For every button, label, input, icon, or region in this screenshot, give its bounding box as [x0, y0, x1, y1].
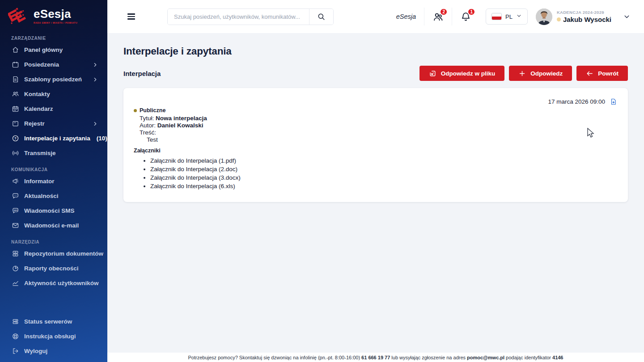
search-button[interactable] [309, 9, 333, 25]
footer-text: podając identyfikator [506, 355, 551, 360]
author-label: Autor: [140, 122, 156, 129]
language-code: PL [505, 13, 513, 20]
help-footer: Potrzebujesz pomocy? Skontaktuj się dzwo… [107, 353, 644, 362]
main-content: Interpelacje i zapytania Interpelacja Od… [107, 33, 644, 353]
sidebar-item-panel-glowny[interactable]: Panel główny [0, 42, 107, 57]
footer-phone: 61 666 19 77 [361, 355, 390, 360]
esesja-eagle-logo-icon [8, 6, 30, 26]
divider [452, 8, 452, 25]
attachments-header: Załączniki [134, 147, 617, 154]
user-menu[interactable]: KADENCJA 2024-2029 Jakub Wysocki [536, 8, 611, 25]
section-header-narzedzia: NARZĘDZIA [0, 240, 107, 244]
section-header-komunikacja: KOMUNIKACJA [0, 167, 107, 172]
sidebar-item-interpelacje-i-zapytania[interactable]: ? Interpelacje i zapytania (10) [0, 131, 107, 146]
sidebar-item-instrukcja-obslugi[interactable]: Instrukcja obsługi [0, 329, 107, 344]
user-menu-chevron[interactable] [623, 13, 631, 21]
plus-icon [518, 70, 526, 77]
visibility-label: Publiczne [140, 107, 165, 114]
menu-button[interactable] [127, 13, 135, 20]
help-icon [11, 333, 19, 341]
download-document-button[interactable] [610, 98, 617, 105]
sidebar-item-informator[interactable]: Informator [0, 174, 107, 189]
sidebar-item-repozytorium-dokumentow[interactable]: Repozytorium dokumentów [0, 246, 107, 261]
attachment-link[interactable]: Załącznik do Interpelacja (3.docx) [150, 173, 617, 182]
sidebar-item-wiadomosci-email[interactable]: Wiadomości e-mail [0, 218, 107, 233]
topbar: eSesja 2 1 PL KADENCJA 2024-2029 Jaku [107, 0, 644, 33]
svg-text:?: ? [14, 136, 17, 140]
chevron-down-icon [623, 13, 631, 21]
sidebar-item-label: Informator [24, 178, 55, 185]
search-icon [317, 13, 326, 21]
visibility-dot-icon [134, 109, 137, 112]
sidebar-footer: Status serwerów Instrukcja obsługi Wylog… [0, 314, 107, 362]
avatar [536, 8, 552, 25]
users-button[interactable]: 2 [432, 11, 444, 22]
sidebar-item-kontakty[interactable]: Kontakty [0, 87, 107, 101]
sidebar-item-kalendarz[interactable]: Kalendarz [0, 101, 107, 116]
content-value: Test [147, 136, 617, 143]
author-value: Daniel Kowalski [157, 122, 203, 129]
sidebar-item-status-serwerow[interactable]: Status serwerów [0, 314, 107, 329]
footer-support-id: 4146 [552, 355, 563, 360]
users-badge: 2 [440, 8, 448, 16]
attachment-link[interactable]: Załącznik do Interpelacja (6.xls) [150, 182, 617, 190]
sidebar-item-label: Aktualności [24, 193, 59, 199]
interpellation-card: 17 marca 2026 09:00 Publiczne Tytuł: Now… [123, 88, 628, 202]
sidebar-item-label: Wiadomości e-mail [24, 222, 79, 229]
sidebar-item-label: Wyloguj [24, 348, 47, 354]
poland-flag-icon [491, 13, 502, 20]
logout-icon [11, 347, 19, 355]
megaphone-icon [11, 177, 19, 185]
user-name: Jakub Wysocki [563, 16, 611, 23]
attachments-list: Załącznik do Interpelacja (1.pdf) Załącz… [134, 156, 617, 190]
brand-wordmark: eSesja [34, 8, 77, 20]
reply-in-file-button[interactable]: Odpowiedz w pliku [419, 66, 505, 81]
sidebar-item-posiedzenia[interactable]: Posiedzenia [0, 57, 107, 72]
activity-chart-icon [11, 279, 19, 287]
notifications-button[interactable]: 1 [460, 11, 471, 22]
chevron-right-icon [92, 76, 98, 83]
title-value: Nowa interpelacja [156, 115, 207, 122]
divider [424, 8, 424, 25]
sidebar-item-label: Szablony posiedzeń [24, 76, 82, 83]
sidebar-item-aktualnosci[interactable]: Aktualności [0, 189, 107, 203]
sidebar-item-transmisje[interactable]: Transmisje [0, 146, 107, 160]
sidebar-item-label: Status serwerów [24, 318, 72, 325]
sidebar-item-raporty-obecnosci[interactable]: Raporty obecności [0, 261, 107, 276]
pie-chart-icon [11, 265, 19, 273]
topbar-brand-label: eSesja [396, 13, 416, 20]
user-status-dot [557, 17, 561, 21]
logo[interactable]: eSesja RADA GMINY / MIASTA / POWIATU [0, 0, 107, 26]
sidebar-item-aktywnosc-uzytkownikow[interactable]: Aktywność użytkowników [0, 276, 107, 290]
hamburger-icon [127, 13, 135, 15]
page-title: Interpelacje i zapytania [123, 46, 628, 57]
contacts-icon [11, 90, 19, 98]
notifications-badge: 1 [467, 8, 475, 16]
sidebar-item-rejestr[interactable]: Rejestr [0, 116, 107, 131]
language-selector[interactable]: PL [486, 8, 528, 25]
sidebar-item-label: Interpelacje i zapytania [24, 135, 90, 142]
back-button[interactable]: Powrót [576, 66, 628, 81]
sidebar-item-label: Wiadomości SMS [24, 207, 74, 214]
search-box [167, 8, 334, 25]
file-import-icon [429, 70, 436, 77]
sidebar-item-label: Rejestr [24, 120, 45, 127]
footer-text: Potrzebujesz pomocy? Skontaktuj się dzwo… [188, 355, 360, 360]
sidebar-item-wiadomosci-sms[interactable]: SMS Wiadomości SMS [0, 203, 107, 218]
author-field: Autor: Daniel Kowalski [140, 122, 617, 129]
title-field: Tytuł: Nowa interpelacja [140, 115, 617, 122]
file-download-icon [610, 98, 617, 105]
calendar-icon [11, 61, 19, 69]
search-input[interactable] [168, 9, 309, 25]
topbar-right: eSesja 2 1 PL KADENCJA 2024-2029 Jaku [396, 8, 631, 25]
sidebar-item-label: Kalendarz [24, 105, 53, 112]
servers-icon [11, 318, 19, 326]
sidebar-item-szablony-posiedzen[interactable]: Szablony posiedzeń [0, 72, 107, 87]
sidebar-item-wyloguj[interactable]: Wyloguj [0, 344, 107, 358]
reply-button[interactable]: Odpowiedz [509, 66, 572, 81]
content-label: Treść: [140, 129, 617, 136]
attachment-link[interactable]: Załącznik do Interpelacja (1.pdf) [150, 156, 617, 165]
attachment-link[interactable]: Załącznik do Interpelacja (2.doc) [150, 165, 617, 173]
sidebar-item-label: Aktywność użytkowników [24, 280, 99, 286]
home-icon [11, 46, 19, 54]
